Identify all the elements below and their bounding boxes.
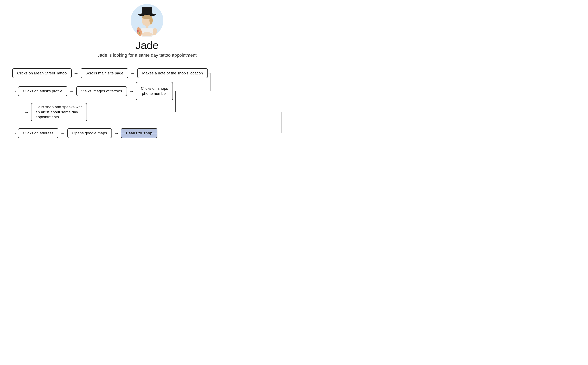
svg-point-12 <box>141 32 153 36</box>
svg-point-10 <box>139 32 140 34</box>
arrow-2-3: → <box>128 71 137 76</box>
gap-3 <box>8 122 286 126</box>
svg-rect-1 <box>142 7 152 15</box>
flow-diagram: Clicks on Mean Street Tattoo → Scrolls m… <box>8 66 286 140</box>
svg-point-4 <box>149 17 153 24</box>
node-makes-note: Makes a note of the shop's location <box>137 68 208 78</box>
avatar-image <box>131 4 163 37</box>
node-clicks-artist[interactable]: Clicks on artist's profile <box>18 86 67 96</box>
persona-description: Jade is looking for a same day tattoo ap… <box>97 53 197 58</box>
node-clicks-phone: Clicks on shops phone number <box>136 82 173 100</box>
node-clicks-mean-street[interactable]: Clicks on Mean Street Tattoo <box>12 68 72 78</box>
arrow-4-1-2: → <box>58 131 67 136</box>
indent-arrow-2: → <box>12 89 18 93</box>
node-clicks-address[interactable]: Clicks on address <box>18 128 58 138</box>
page: Jade Jade is looking for a same day tatt… <box>0 0 294 148</box>
node-scrolls-main: Scrolls main site page <box>81 68 128 78</box>
flow-row-1: Clicks on Mean Street Tattoo → Scrolls m… <box>8 66 286 80</box>
flow-row-3: → Calls shop and speaks with an artist a… <box>8 102 286 122</box>
flow-row-4: → Clicks on address → Opens google maps … <box>8 126 286 140</box>
arrow-2-1-2: → <box>67 89 76 94</box>
node-heads-to-shop[interactable]: Heads to shop <box>121 128 157 138</box>
hero-section: Jade Jade is looking for a same day tatt… <box>97 4 197 58</box>
flow-row-2: → Clicks on artist's profile → Views ima… <box>8 84 286 98</box>
avatar <box>131 4 163 37</box>
svg-rect-5 <box>145 25 148 28</box>
node-views-images: Views images of tattoos <box>76 86 127 96</box>
arrow-4-2-3: → <box>112 131 121 136</box>
persona-name: Jade <box>136 39 159 51</box>
arrow-1-2: → <box>72 71 81 76</box>
indent-arrow-4: → <box>12 131 18 135</box>
svg-point-9 <box>138 29 139 32</box>
svg-point-11 <box>152 28 157 36</box>
arrow-3-in: → <box>22 110 31 115</box>
node-calls-shop: Calls shop and speaks with an artist abo… <box>31 103 87 121</box>
node-opens-maps: Opens google maps <box>67 128 112 138</box>
arrow-2-2-3: → <box>127 89 136 94</box>
